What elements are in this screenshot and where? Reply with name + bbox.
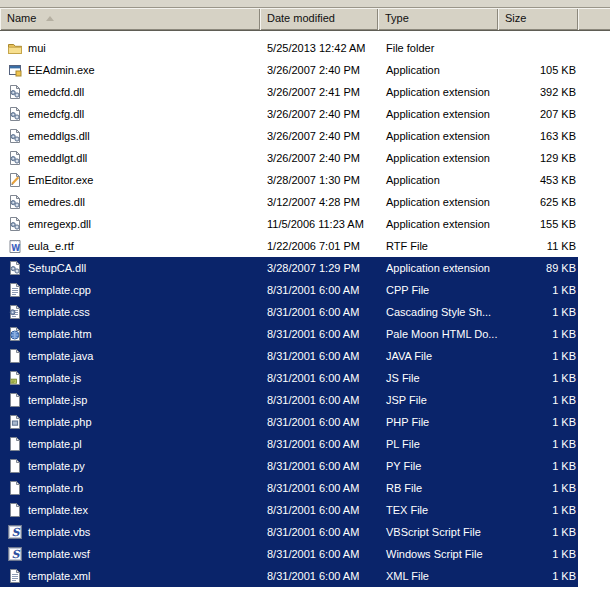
file-type: JAVA File	[378, 350, 498, 362]
sort-ascending-icon	[46, 16, 54, 21]
xml-icon	[7, 568, 23, 584]
file-row[interactable]: template.vbs 8/31/2001 6:00 AM VBScript …	[0, 521, 578, 543]
file-size: 1 KB	[498, 284, 578, 296]
file-row[interactable]: template.js 8/31/2001 6:00 AM JS File 1 …	[0, 367, 578, 389]
file-row[interactable]: template.py 8/31/2001 6:00 AM PY File 1 …	[0, 455, 578, 477]
file-icon	[7, 392, 23, 408]
file-name-cell: SetupCA.dll	[0, 260, 260, 276]
file-name-cell: template.php	[0, 414, 260, 430]
column-header-filler	[578, 8, 610, 30]
file-name: template.css	[28, 306, 90, 318]
file-type: CPP File	[378, 284, 498, 296]
file-name: template.pl	[28, 438, 82, 450]
file-size: 1 KB	[498, 526, 578, 538]
file-name: EEAdmin.exe	[28, 64, 95, 76]
file-row[interactable]: template.rb 8/31/2001 6:00 AM RB File 1 …	[0, 477, 578, 499]
file-name: template.xml	[28, 570, 90, 582]
file-name-cell: template.cpp	[0, 282, 260, 298]
file-name: emregexp.dll	[28, 218, 91, 230]
file-size: 89 KB	[498, 262, 578, 274]
file-date: 3/26/2007 2:40 PM	[260, 130, 378, 142]
file-size: 105 KB	[498, 64, 578, 76]
file-row[interactable]: emedcfg.dll 3/26/2007 2:40 PM Applicatio…	[0, 103, 578, 125]
file-date: 8/31/2001 6:00 AM	[260, 526, 378, 538]
file-date: 8/31/2001 6:00 AM	[260, 570, 378, 582]
column-header-size-label: Size	[505, 12, 526, 24]
file-date: 1/22/2006 7:01 PM	[260, 240, 378, 252]
file-icon	[7, 480, 23, 496]
file-date: 3/26/2007 2:40 PM	[260, 108, 378, 120]
file-date: 8/31/2001 6:00 AM	[260, 284, 378, 296]
windows-script-icon	[7, 546, 23, 562]
file-name-cell: template.htm	[0, 326, 260, 342]
file-name-cell: emeddlgt.dll	[0, 150, 260, 166]
file-date: 3/26/2007 2:40 PM	[260, 152, 378, 164]
file-row[interactable]: emedcfd.dll 3/26/2007 2:41 PM Applicatio…	[0, 81, 578, 103]
file-row[interactable]: template.php 8/31/2001 6:00 AM PHP File …	[0, 411, 578, 433]
file-date: 8/31/2001 6:00 AM	[260, 306, 378, 318]
dll-icon	[7, 128, 23, 144]
file-name: emedcfd.dll	[28, 86, 84, 98]
file-type: PHP File	[378, 416, 498, 428]
file-type: Application extension	[378, 86, 498, 98]
file-name: SetupCA.dll	[28, 262, 86, 274]
file-row[interactable]: template.cpp 8/31/2001 6:00 AM CPP File …	[0, 279, 578, 301]
file-name: template.cpp	[28, 284, 91, 296]
file-date: 8/31/2001 6:00 AM	[260, 372, 378, 384]
file-size: 1 KB	[498, 548, 578, 560]
file-row[interactable]: EmEditor.exe 3/28/2007 1:30 PM Applicati…	[0, 169, 578, 191]
file-type: Pale Moon HTML Do...	[378, 328, 498, 340]
file-date: 8/31/2001 6:00 AM	[260, 504, 378, 516]
file-type: XML File	[378, 570, 498, 582]
file-row[interactable]: emregexp.dll 11/5/2006 11:23 AM Applicat…	[0, 213, 578, 235]
column-header-name[interactable]: Name	[0, 8, 260, 30]
file-name: template.py	[28, 460, 85, 472]
file-size: 1 KB	[498, 482, 578, 494]
file-date: 8/31/2001 6:00 AM	[260, 482, 378, 494]
file-name: eula_e.rtf	[28, 240, 74, 252]
file-size: 1 KB	[498, 570, 578, 582]
file-name-cell: template.jsp	[0, 392, 260, 408]
file-type: RTF File	[378, 240, 498, 252]
file-row[interactable]: emeddlgs.dll 3/26/2007 2:40 PM Applicati…	[0, 125, 578, 147]
file-date: 8/31/2001 6:00 AM	[260, 394, 378, 406]
file-icon	[7, 348, 23, 364]
file-row[interactable]: eula_e.rtf 1/22/2006 7:01 PM RTF File 11…	[0, 235, 578, 257]
file-name-cell: mui	[0, 40, 260, 56]
file-type: Application extension	[378, 130, 498, 142]
file-row[interactable]: EEAdmin.exe 3/26/2007 2:40 PM Applicatio…	[0, 59, 578, 81]
file-row[interactable]: template.tex 8/31/2001 6:00 AM TEX File …	[0, 499, 578, 521]
dll-icon	[7, 106, 23, 122]
column-header-size[interactable]: Size	[498, 8, 578, 30]
file-list: mui 5/25/2013 12:42 AM File folder EEAdm…	[0, 31, 610, 587]
file-name-cell: EmEditor.exe	[0, 172, 260, 188]
file-row[interactable]: template.pl 8/31/2001 6:00 AM PL File 1 …	[0, 433, 578, 455]
file-date: 8/31/2001 6:00 AM	[260, 416, 378, 428]
file-row[interactable]: template.java 8/31/2001 6:00 AM JAVA Fil…	[0, 345, 578, 367]
file-size: 163 KB	[498, 130, 578, 142]
file-row[interactable]: mui 5/25/2013 12:42 AM File folder	[0, 37, 578, 59]
file-date: 3/26/2007 2:40 PM	[260, 64, 378, 76]
dll-icon	[7, 150, 23, 166]
file-name: template.wsf	[28, 548, 90, 560]
file-icon	[7, 436, 23, 452]
file-row[interactable]: SetupCA.dll 3/28/2007 1:29 PM Applicatio…	[0, 257, 578, 279]
file-row[interactable]: template.xml 8/31/2001 6:00 AM XML File …	[0, 565, 578, 587]
rtf-icon	[7, 238, 23, 254]
column-header-date-modified[interactable]: Date modified	[260, 8, 378, 30]
text-file-icon	[7, 282, 23, 298]
file-row[interactable]: template.htm 8/31/2001 6:00 AM Pale Moon…	[0, 323, 578, 345]
file-size: 207 KB	[498, 108, 578, 120]
file-row[interactable]: emeddlgt.dll 3/26/2007 2:40 PM Applicati…	[0, 147, 578, 169]
file-name-cell: template.java	[0, 348, 260, 364]
file-type: PL File	[378, 438, 498, 450]
file-name-cell: template.rb	[0, 480, 260, 496]
file-icon	[7, 502, 23, 518]
file-row[interactable]: template.css 8/31/2001 6:00 AM Cascading…	[0, 301, 578, 323]
file-row[interactable]: template.jsp 8/31/2001 6:00 AM JSP File …	[0, 389, 578, 411]
file-row[interactable]: emedres.dll 3/12/2007 4:28 PM Applicatio…	[0, 191, 578, 213]
file-type: RB File	[378, 482, 498, 494]
file-type: JS File	[378, 372, 498, 384]
column-header-type[interactable]: Type	[378, 8, 498, 30]
file-row[interactable]: template.wsf 8/31/2001 6:00 AM Windows S…	[0, 543, 578, 565]
